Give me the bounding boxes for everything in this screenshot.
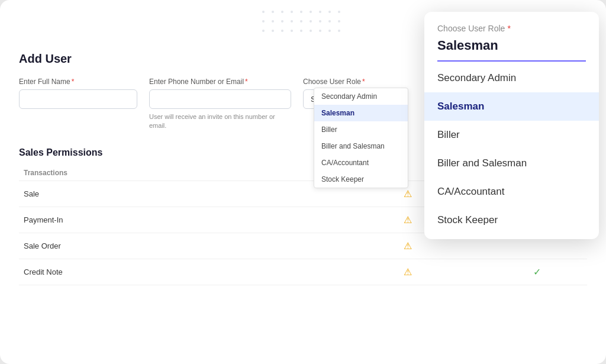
list-item[interactable]: Salesman xyxy=(314,105,408,121)
list-item[interactable]: Biller xyxy=(314,121,408,138)
full-name-group: Enter Full Name* xyxy=(19,78,137,109)
dropdown-selected-value: Salesman xyxy=(437,38,586,62)
main-panel: Add User Enter Full Name* Enter Phone Nu… xyxy=(0,0,606,364)
list-item[interactable]: CA/Accountant xyxy=(314,154,408,171)
dot-pattern-decoration xyxy=(262,11,344,36)
transaction-name: Payment-In xyxy=(19,207,328,233)
full-name-label: Enter Full Name* xyxy=(19,78,137,86)
dropdown-header-text: Choose User Role xyxy=(437,24,505,33)
list-item[interactable]: Biller and Salesman xyxy=(314,138,408,154)
phone-email-group: Enter Phone Number or Email* User will r… xyxy=(149,78,291,131)
phone-label: Enter Phone Number or Email* xyxy=(149,78,291,86)
dropdown-popup-list: Secondary AdminSalesmanBillerBiller and … xyxy=(424,64,599,234)
view-icon-cell: ⚠ xyxy=(328,259,488,285)
dropdown-popup-label: Choose User Role * xyxy=(437,24,586,33)
list-item[interactable]: Stock Keeper xyxy=(424,206,599,234)
list-item[interactable]: Biller and Salesman xyxy=(424,149,599,178)
dropdown-req-star: * xyxy=(507,24,510,33)
full-name-input[interactable] xyxy=(19,89,137,109)
role-label: Choose User Role* xyxy=(303,78,386,86)
role-dropdown-popup[interactable]: Choose User Role * Salesman Secondary Ad… xyxy=(424,12,599,239)
list-item[interactable]: Secondary Admin xyxy=(314,88,408,105)
list-item[interactable]: Secondary Admin xyxy=(424,64,599,92)
small-dropdown-overlay: Secondary AdminSalesmanBillerBiller and … xyxy=(314,88,408,188)
transaction-name: Sale Order xyxy=(19,233,328,259)
list-item[interactable]: Biller xyxy=(424,121,599,149)
transaction-name: Sale xyxy=(19,181,328,207)
extra-cell: ✓ xyxy=(488,259,587,285)
table-row: Credit Note ⚠ ✓ xyxy=(19,259,587,285)
transactions-column-header: Transactions xyxy=(19,165,328,181)
screen: Add User Enter Full Name* Enter Phone Nu… xyxy=(0,0,606,364)
dropdown-popup-header: Choose User Role * Salesman xyxy=(424,12,599,62)
transaction-name: Credit Note xyxy=(19,259,328,285)
list-item[interactable]: CA/Accountant xyxy=(424,178,599,206)
list-item[interactable]: Salesman xyxy=(424,92,599,121)
phone-hint: User will receive an invite on this numb… xyxy=(149,112,279,131)
phone-input[interactable] xyxy=(149,89,291,109)
list-item[interactable]: Stock Keeper xyxy=(314,171,408,188)
